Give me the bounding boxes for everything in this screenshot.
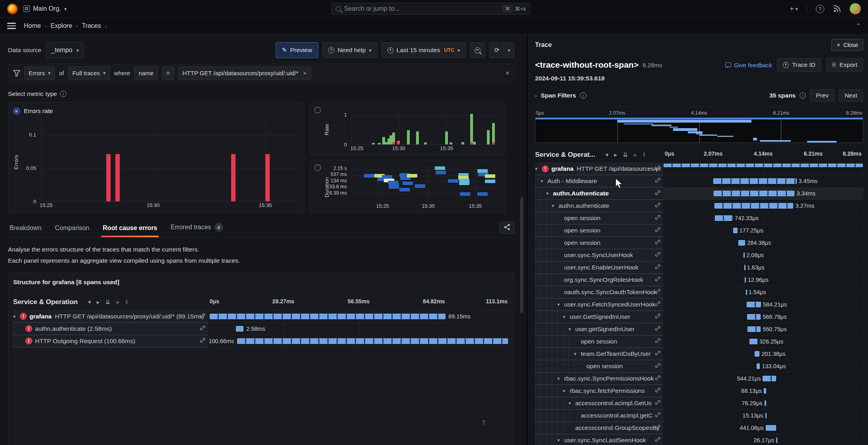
filter-key-chip[interactable]: name xyxy=(134,66,158,80)
span-link-icon[interactable] xyxy=(200,325,206,332)
span-name-cell[interactable]: ▾user.sync.SyncLastSeenHook xyxy=(535,434,663,445)
span-bar[interactable] xyxy=(764,388,766,394)
breadcrumb-item[interactable]: Explore xyxy=(51,22,72,29)
span-link-icon[interactable] xyxy=(655,178,661,185)
span-link-icon[interactable] xyxy=(200,312,206,320)
span-name-cell[interactable]: !HTTP Outgoing Request (100.66ms) xyxy=(13,335,208,347)
refresh-button[interactable]: ⟳ xyxy=(489,42,504,58)
span-name-cell[interactable]: open session xyxy=(535,360,663,373)
span-link-icon[interactable] xyxy=(655,375,661,383)
span-row[interactable]: ▾authn.Authenticate3.34ms xyxy=(535,187,863,200)
span-bar[interactable] xyxy=(755,351,759,357)
span-row[interactable]: accesscontrol.acimpl.getC15.13μs xyxy=(535,410,863,422)
span-link-icon[interactable] xyxy=(655,289,661,296)
span-bar[interactable] xyxy=(713,178,797,184)
prev-span-button[interactable]: Prev xyxy=(810,89,835,102)
span-collapse-chevron-icon[interactable]: ▾ xyxy=(557,376,564,381)
span-name-cell[interactable]: ▾user.sync.FetchSyncedUserHook xyxy=(535,299,663,311)
span-name-cell[interactable]: org.sync.SyncOrgRolesHook xyxy=(535,274,663,286)
span-row[interactable]: ▾!grafanaHTTP GET /api/datasources/pr xyxy=(535,163,863,175)
share-button[interactable] xyxy=(499,221,514,234)
need-help-button[interactable]: ? Need help▾ xyxy=(322,42,378,58)
span-link-icon[interactable] xyxy=(655,215,661,222)
span-row[interactable]: user.sync.SyncUserHook2.08μs xyxy=(535,249,863,262)
span-name-cell[interactable]: ▾Auth - Middleware xyxy=(535,175,663,187)
span-bar[interactable] xyxy=(766,425,777,431)
filter-scope-select[interactable]: Full traces▾ xyxy=(68,66,110,80)
span-name-cell[interactable]: ▾!grafanaHTTP GET /api/datasources/proxy… xyxy=(13,310,208,323)
span-collapse-chevron-icon[interactable]: ▾ xyxy=(574,351,581,357)
zoom-out-button[interactable] xyxy=(470,42,485,58)
span-link-icon[interactable] xyxy=(655,412,661,420)
span-bar[interactable] xyxy=(763,376,776,381)
span-bar[interactable] xyxy=(714,203,794,209)
span-bar[interactable] xyxy=(236,326,243,332)
scroll-to-top-icon[interactable]: ↑ xyxy=(482,418,486,427)
span-row[interactable]: open session326.25μs xyxy=(535,336,863,348)
span-link-icon[interactable] xyxy=(655,363,661,370)
span-bar[interactable] xyxy=(747,302,761,307)
span-bar[interactable] xyxy=(714,191,794,196)
datasource-picker[interactable]: _tempo▾ xyxy=(46,42,84,58)
span-name-cell[interactable]: open session xyxy=(535,224,663,237)
vertical-scrollbar[interactable] xyxy=(520,197,523,313)
span-name-cell[interactable]: accesscontrol.GroupScopesBy xyxy=(535,422,663,434)
span-link-icon[interactable] xyxy=(200,337,206,345)
span-bar[interactable] xyxy=(738,240,745,246)
span-link-icon[interactable] xyxy=(655,276,661,284)
breadcrumb-item[interactable]: Traces xyxy=(82,22,101,29)
span-link-icon[interactable] xyxy=(655,400,661,407)
span-link-icon[interactable] xyxy=(655,338,661,345)
span-name-cell[interactable]: ▾user.GetSignedInUser xyxy=(535,311,663,323)
grafana-logo-icon[interactable] xyxy=(7,4,18,14)
span-collapse-chevron-icon[interactable]: ▾ xyxy=(568,400,575,406)
span-link-icon[interactable] xyxy=(655,239,661,247)
span-bar[interactable] xyxy=(765,400,767,406)
span-bar[interactable] xyxy=(210,314,446,319)
span-link-icon[interactable] xyxy=(655,190,661,197)
span-collapse-chevron-icon[interactable]: ▾ xyxy=(552,203,559,209)
span-collapse-chevron-icon[interactable]: ▾ xyxy=(568,326,575,332)
spans-count-info-icon[interactable]: i xyxy=(800,92,806,99)
span-row[interactable]: ▾user.GetSignedInUser566.79μs xyxy=(535,311,863,323)
span-link-icon[interactable] xyxy=(655,326,661,333)
tab-root-cause-errors[interactable]: Root cause errors xyxy=(103,224,157,237)
trace-id-button[interactable]: Trace ID xyxy=(777,58,821,72)
span-filters-chevron-icon[interactable]: › xyxy=(535,93,537,99)
span-bar[interactable] xyxy=(744,265,745,270)
span-name-cell[interactable]: user.sync.EnableUserHook xyxy=(535,262,663,274)
span-row[interactable]: ▾rbac.sync.SyncPermissionsHook544.21μs xyxy=(535,373,863,385)
export-button[interactable]: ⎘Export xyxy=(826,58,863,72)
span-row[interactable]: ▾accesscontrol.acimpl.GetUs76.29μs xyxy=(535,397,863,410)
span-name-cell[interactable]: ▾team.GetTeamIDsByUser xyxy=(535,348,663,360)
span-row[interactable]: org.sync.SyncOrgRolesHook12.96μs xyxy=(535,274,863,286)
filter-value-chip[interactable]: HTTP GET /api/datasources/proxy/uid/:uid… xyxy=(178,66,311,80)
span-row[interactable]: ▾!grafanaHTTP GET /api/datasources/proxy… xyxy=(13,310,509,323)
span-collapse-chevron-icon[interactable]: ▾ xyxy=(557,437,564,443)
news-rss-icon[interactable] xyxy=(833,5,841,13)
tab-breakdown[interactable]: Breakdown xyxy=(10,224,41,237)
span-bar[interactable] xyxy=(747,314,761,320)
span-row[interactable]: ▾authn.authenticate3.27ms xyxy=(535,200,863,212)
span-collapse-chevron-icon[interactable]: ▾ xyxy=(541,178,547,184)
pane-resize-handle[interactable] xyxy=(525,34,529,445)
span-link-icon[interactable] xyxy=(655,227,661,234)
preview-button[interactable]: ✎ Preview xyxy=(276,42,318,58)
span-row[interactable]: user.sync.EnableUserHook1.63μs xyxy=(535,262,863,274)
breadcrumb-item[interactable]: Home xyxy=(24,22,41,29)
span-name-cell[interactable]: open session xyxy=(535,212,663,224)
span-bar[interactable] xyxy=(749,339,757,344)
span-link-icon[interactable] xyxy=(655,387,661,395)
collapse-up-icon[interactable]: ⌃ xyxy=(856,22,861,29)
org-switcher[interactable]: Main Org. ▾ xyxy=(23,5,67,12)
span-link-icon[interactable] xyxy=(655,313,661,321)
span-collapse-chevron-icon[interactable]: ▾ xyxy=(563,388,570,394)
give-feedback-link[interactable]: Give feedback xyxy=(725,62,772,68)
span-name-cell[interactable]: user.sync.SyncUserHook xyxy=(535,249,663,262)
span-name-cell[interactable]: !authn.authenticate (2.58ms) xyxy=(13,323,208,335)
span-link-icon[interactable] xyxy=(655,202,661,210)
span-bar[interactable] xyxy=(747,326,761,332)
span-bar[interactable] xyxy=(237,338,508,344)
span-row[interactable]: ▾user.sync.SyncLastSeenHook26.17μs xyxy=(535,434,863,445)
span-row[interactable]: ▾user.sync.FetchSyncedUserHook584.21μs xyxy=(535,299,863,311)
